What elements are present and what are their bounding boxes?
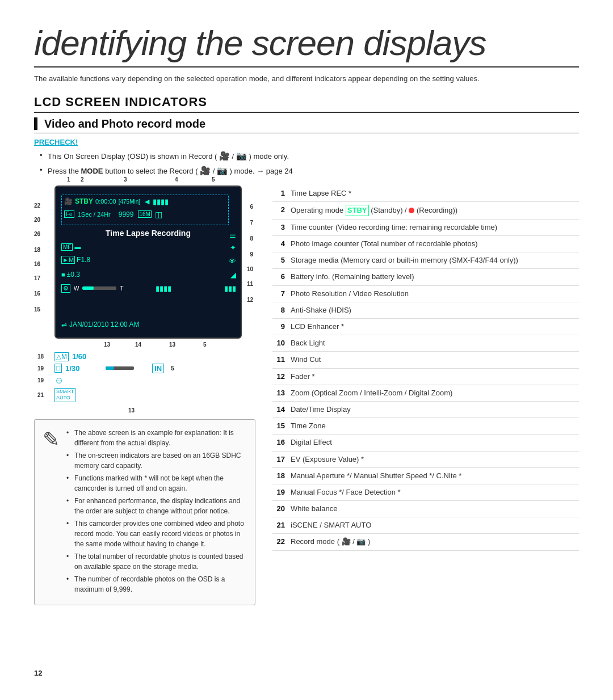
second-row: Fe 1Sec / 24Hr 9999 16M ◫ (64, 210, 162, 219)
time-counter: 0:00:00 (95, 198, 116, 205)
item-text-8: Anti-Shake (HDIS) (291, 305, 579, 315)
item-text-17: EV (Exposure Value) * (291, 454, 579, 465)
callout-8: 8 (250, 235, 253, 242)
item-text-20: White balance (291, 504, 579, 514)
item-text-4: Photo image counter (Total number of rec… (291, 239, 579, 249)
item-num-3: 3 (272, 222, 285, 233)
item-num-13: 13 (272, 388, 285, 398)
settings-icon: ⚙ (61, 284, 70, 293)
photo-count: 9999 (119, 210, 134, 218)
smart-auto-row: 21 SMARTAUTO (54, 388, 255, 402)
item-text-22: Record mode ( 🎥 / 📷 ) (291, 537, 579, 547)
callout-21: 21 (37, 392, 44, 398)
res-icon2: ◫ (155, 210, 162, 219)
note-list: The above screen is an example for expla… (66, 428, 247, 597)
duration-indicator: [475Min] (119, 199, 140, 205)
list-item-5: 5 Storage media (Memory card or built-in… (272, 252, 579, 269)
list-item-1: 1 Time Lapse REC * (272, 185, 579, 202)
callout-11: 11 (247, 281, 253, 287)
shutter-val2: 1/30 (65, 364, 79, 373)
aperture-indicator: ►M F1.8 (61, 256, 90, 264)
callout-1: 1 (67, 176, 70, 183)
callout-3: 3 (124, 176, 127, 183)
fader-icon: ▮▮▮ (224, 284, 236, 293)
star-icon: ✦ (230, 243, 236, 252)
item-num-11: 11 (272, 355, 285, 365)
list-item-4: 4 Photo image counter (Total number of r… (272, 236, 579, 252)
sub-heading-text: Video and Photo record mode (44, 117, 205, 130)
stby-badge: STBY (346, 205, 369, 216)
item-text-21: iSCENE / SMART AUTO (291, 520, 579, 530)
item-text-13: Zoom (Optical Zoom / Intelli-Zoom / Digi… (291, 388, 579, 398)
callout-14: 14 (135, 341, 141, 348)
item-num-17: 17 (272, 454, 285, 465)
face-icon2: ☺ (54, 376, 64, 386)
stby-indicator: STBY (75, 197, 93, 205)
item-text-7: Photo Resolution / Video Resolution (291, 289, 579, 299)
left-column: 22 20 26 18 16 17 16 15 1 2 3 4 5 6 7 8 (34, 185, 255, 605)
item-num-2: 2 (272, 205, 285, 216)
smart-auto-label: SMARTAUTO (54, 388, 75, 402)
item-num-9: 9 (272, 322, 285, 332)
datetime-row: ⇌ JAN/01/2010 12:00 AM (61, 321, 139, 328)
shutter2-row: 19 □ 1/30 W T IN 5 (54, 364, 255, 373)
main-content: 22 20 26 18 16 17 16 15 1 2 3 4 5 6 7 8 (34, 185, 579, 605)
top-row: 🎥 STBY 0:00:00 [475Min] ◀ ▮▮▮▮ (64, 197, 169, 206)
item-text-16: Digital Effect (291, 437, 579, 448)
list-item-8: 8 Anti-Shake (HDIS) (272, 302, 579, 319)
callout-15: 15 (34, 306, 40, 313)
item-text-5: Storage media (Memory card or built-in m… (291, 255, 579, 265)
ev-indicator: ■ ±0.3 (61, 271, 80, 279)
precheck-item-2: Press the MODE button to select the Reco… (40, 165, 579, 178)
battery-icon: ▮▮▮▮ (153, 197, 169, 206)
item-num-14: 14 (272, 404, 285, 415)
list-item-19: 19 Manual Focus */ Face Detection * (272, 484, 579, 501)
zoom-t2: T (140, 365, 143, 372)
shutter-icon1: △M (54, 352, 69, 361)
zoom-bar (82, 286, 116, 290)
zoom-t-label: T (120, 285, 123, 292)
list-item-2: 2 Operating mode STBY (Standby) / (Recor… (272, 202, 579, 220)
item-text-1: Time Lapse REC * (291, 188, 579, 199)
page-number: 12 (34, 669, 42, 677)
zoom-bar-row: ⚙ W T ▮▮▮▮ (61, 284, 171, 293)
list-item-17: 17 EV (Exposure Value) * (272, 452, 579, 468)
numbered-items-list: 1 Time Lapse REC * 2 Operating mode STBY… (272, 185, 579, 551)
wind-icon: ◢ (230, 271, 236, 279)
heading-bar (34, 117, 37, 130)
note-item-3: Functions marked with * will not be kept… (66, 473, 247, 494)
item-num-5: 5 (272, 255, 285, 265)
callout-6: 6 (250, 204, 253, 210)
item-num-8: 8 (272, 305, 285, 315)
callout-17: 17 (34, 275, 40, 281)
list-item-20: 20 White balance (272, 501, 579, 517)
item-num-7: 7 (272, 289, 285, 299)
callout-13c: 13 (128, 407, 135, 414)
callout-4: 4 (175, 176, 178, 183)
list-item-6: 6 Battery info. (Remaining battery level… (272, 269, 579, 285)
item-num-19: 19 (272, 487, 285, 497)
callout-13: 13 (169, 341, 175, 348)
item-text-2: Operating mode STBY (Standby) / (Recordi… (291, 205, 579, 216)
datetime-icon: ⇌ (61, 321, 67, 328)
datetime-value: JAN/01/2010 12:00 AM (69, 321, 139, 328)
callout-18: 18 (34, 247, 40, 253)
list-item-3: 3 Time counter (Video recording time: re… (272, 220, 579, 236)
list-item-9: 9 LCD Enhancer * (272, 319, 579, 335)
interval-indicator: 1Sec / 24Hr (78, 211, 111, 218)
item-num-21: 21 (272, 520, 285, 530)
list-item-13: 13 Zoom (Optical Zoom / Intelli-Zoom / D… (272, 385, 579, 402)
item-text-14: Date/Time Display (291, 404, 579, 415)
note-item-1: The above screen is an example for expla… (66, 428, 247, 448)
note-box: ✎ The above screen is an example for exp… (34, 419, 255, 605)
list-item-22: 22 Record mode ( 🎥 / 📷 ) (272, 534, 579, 550)
screen-wrapper: 22 20 26 18 16 17 16 15 1 2 3 4 5 6 7 8 (34, 185, 255, 402)
callout-26: 26 (34, 231, 40, 237)
f-value: F1.8 (77, 256, 90, 264)
callout-16: 16 (34, 261, 40, 267)
callout-5c: 5 (171, 365, 174, 372)
callout-2: 2 (81, 176, 84, 183)
item-num-22: 22 (272, 537, 285, 547)
list-item-15: 15 Time Zone (272, 418, 579, 435)
item-text-12: Fader * (291, 372, 579, 382)
